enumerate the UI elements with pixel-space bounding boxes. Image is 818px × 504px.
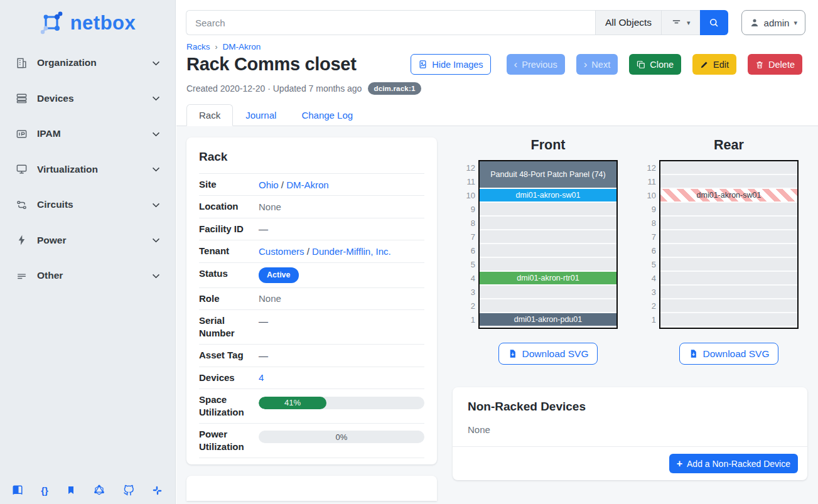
sidebar-item-power[interactable]: Power bbox=[15, 232, 161, 249]
space-utilization-bar: 41% bbox=[259, 397, 424, 409]
rack-slot[interactable] bbox=[480, 203, 616, 217]
rack-slot[interactable] bbox=[660, 203, 797, 217]
rack-slot[interactable] bbox=[660, 313, 797, 327]
created-updated-text: Created 2020-12-20 · Updated 7 months ag… bbox=[186, 83, 362, 94]
sidebar-item-other[interactable]: Other bbox=[15, 267, 161, 284]
next-label: Next bbox=[591, 60, 610, 70]
rack-slot[interactable] bbox=[660, 258, 797, 272]
tab-rack[interactable]: Rack bbox=[186, 104, 233, 126]
rack-slot[interactable] bbox=[660, 244, 797, 258]
edit-button[interactable]: Edit bbox=[692, 54, 736, 75]
next-panel-partial bbox=[186, 476, 437, 501]
space-utilization-fill: 41% bbox=[259, 397, 326, 409]
slash-separator: / bbox=[307, 246, 309, 257]
chevron-down-icon bbox=[151, 58, 161, 68]
sidebar-footer: {} bbox=[0, 485, 175, 496]
rack-slot[interactable] bbox=[480, 299, 616, 313]
api-braces-icon[interactable]: {} bbox=[41, 485, 48, 496]
table-row-devices: Devices 4 bbox=[199, 367, 424, 389]
rack-device-rtr01[interactable]: dmi01-akron-rtr01 bbox=[480, 272, 616, 284]
unit-number: 2 bbox=[461, 299, 475, 313]
rack-slot[interactable] bbox=[660, 161, 797, 175]
site-region-link[interactable]: Ohio bbox=[259, 180, 279, 190]
chevron-down-icon bbox=[151, 164, 161, 174]
unit-number: 1 bbox=[642, 313, 656, 327]
graphql-icon[interactable] bbox=[94, 485, 105, 496]
hide-images-button[interactable]: Hide Images bbox=[411, 54, 490, 75]
table-row-serial-number: Serial Number — bbox=[199, 310, 424, 345]
breadcrumb-link-site[interactable]: DM-Akron bbox=[223, 42, 261, 51]
rack-slot[interactable] bbox=[660, 217, 797, 230]
sidebar-item-devices[interactable]: Devices bbox=[15, 90, 161, 107]
rack-slot[interactable] bbox=[660, 272, 797, 286]
rack-slot[interactable] bbox=[480, 230, 616, 244]
rack-slot[interactable] bbox=[660, 286, 797, 299]
rack-device-sw01[interactable]: dmi01-akron-sw01 bbox=[480, 189, 616, 201]
previous-label: Previous bbox=[522, 60, 557, 70]
chevron-down-icon bbox=[151, 200, 161, 210]
trash-icon bbox=[755, 60, 764, 69]
unit-number: 9 bbox=[461, 203, 475, 217]
netbox-logo[interactable]: netbox bbox=[0, 0, 175, 44]
tenant-link[interactable]: Dunder-Mifflin, Inc. bbox=[312, 246, 391, 257]
search-submit-button[interactable] bbox=[700, 10, 728, 35]
unit-number: 3 bbox=[461, 286, 475, 299]
sidebar-item-organization[interactable]: Organization bbox=[15, 54, 161, 72]
delete-button[interactable]: Delete bbox=[748, 54, 802, 75]
main-area: All Objects ▾ admin ▾ Racks › DM-Akron bbox=[176, 0, 818, 504]
sidebar-item-circuits[interactable]: Circuits bbox=[15, 196, 161, 213]
table-row-location: Location None bbox=[199, 196, 424, 218]
global-search: All Objects ▾ bbox=[186, 10, 728, 35]
add-non-racked-device-button[interactable]: + Add a Non-Racked Device bbox=[669, 454, 798, 473]
sidebar-item-ipam[interactable]: IPAM bbox=[15, 125, 161, 142]
row-label: Serial Number bbox=[199, 314, 259, 340]
rack-slot[interactable] bbox=[660, 175, 797, 189]
unit-number: 9 bbox=[642, 203, 656, 217]
rack-slot[interactable] bbox=[660, 299, 797, 313]
search-filter-button[interactable]: ▾ bbox=[661, 10, 700, 35]
site-link[interactable]: DM-Akron bbox=[286, 180, 329, 190]
ip-address-icon bbox=[15, 127, 28, 140]
unit-number: 1 bbox=[461, 313, 475, 327]
devices-count-link[interactable]: 4 bbox=[259, 372, 264, 383]
search-scope-button[interactable]: All Objects bbox=[595, 10, 661, 35]
rack-device-pdu01[interactable]: dmi01-akron-pdu01 bbox=[480, 313, 616, 326]
previous-button[interactable]: ‹ Previous bbox=[507, 54, 565, 75]
netbox-logo-icon bbox=[40, 11, 65, 36]
sidebar-item-label: Devices bbox=[37, 93, 151, 104]
sidebar-item-virtualization[interactable]: Virtualization bbox=[15, 161, 161, 178]
tab-change-log[interactable]: Change Log bbox=[289, 104, 365, 126]
rack-slot[interactable] bbox=[660, 230, 797, 244]
front-elevation-title: Front bbox=[461, 137, 618, 153]
rear-unit-numbers: 12 11 10 9 8 7 6 5 4 3 2 bbox=[642, 160, 656, 329]
chevron-down-icon bbox=[151, 235, 161, 245]
bookmark-icon[interactable] bbox=[66, 485, 76, 496]
chevron-down-icon bbox=[151, 271, 161, 281]
rack-device-patch-panel[interactable]: Panduit 48-Port Patch Panel (74) bbox=[480, 161, 616, 188]
slack-icon[interactable] bbox=[152, 485, 163, 496]
rack-slot[interactable] bbox=[480, 286, 616, 299]
github-icon[interactable] bbox=[123, 485, 134, 496]
clone-button[interactable]: Clone bbox=[629, 54, 681, 75]
unit-number: 2 bbox=[642, 299, 656, 313]
unit-number: 5 bbox=[642, 258, 656, 272]
rear-download-svg-button[interactable]: Download SVG bbox=[679, 343, 779, 365]
unit-number: 3 bbox=[642, 286, 656, 299]
user-menu-button[interactable]: admin ▾ bbox=[741, 10, 805, 35]
rack-device-sw01-rear[interactable]: dmi01-akron-sw01 bbox=[660, 189, 797, 201]
front-download-svg-button[interactable]: Download SVG bbox=[498, 343, 598, 365]
next-button[interactable]: › Next bbox=[576, 54, 618, 75]
non-racked-devices-title: Non-Racked Devices bbox=[468, 400, 792, 414]
tenant-group-link[interactable]: Customers bbox=[259, 246, 304, 257]
route-icon bbox=[15, 198, 28, 211]
docs-book-icon[interactable] bbox=[12, 485, 23, 496]
rack-slot[interactable] bbox=[480, 244, 616, 258]
tab-journal[interactable]: Journal bbox=[233, 104, 289, 126]
rack-slot[interactable] bbox=[480, 217, 616, 230]
breadcrumb-link-racks[interactable]: Racks bbox=[186, 42, 210, 51]
search-input[interactable] bbox=[186, 10, 595, 35]
rack-slot[interactable] bbox=[480, 258, 616, 272]
topbar: All Objects ▾ admin ▾ bbox=[176, 0, 818, 35]
unit-number: 10 bbox=[642, 189, 656, 203]
lightning-icon bbox=[15, 234, 28, 247]
